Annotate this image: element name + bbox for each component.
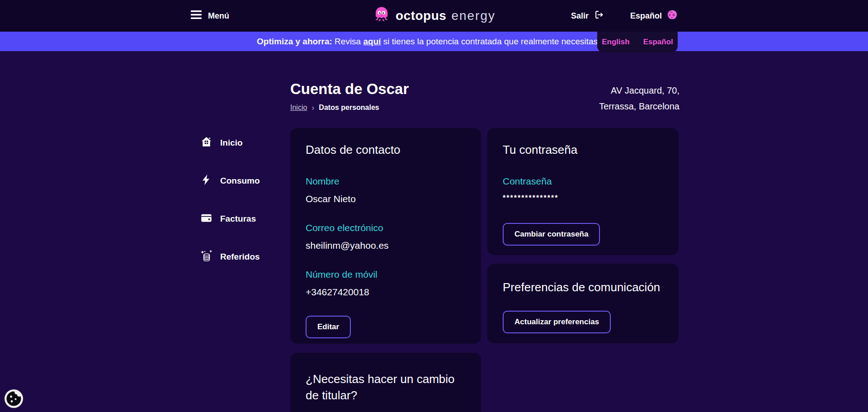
ownership-card-title: ¿Necesitas hacer un cambio de titular?	[306, 371, 466, 403]
sidebar-item-label: Consumo	[220, 176, 260, 186]
breadcrumb-current: Datos personales	[319, 104, 379, 112]
globe-icon	[667, 10, 677, 22]
logo-brand-text: octopus	[396, 9, 446, 23]
address-line-1: AV Jacquard, 70,	[599, 83, 679, 99]
logout-button[interactable]: Salir	[571, 10, 604, 22]
preferences-card-title: Preferencias de comunicación	[503, 279, 663, 295]
cookie-icon	[5, 402, 23, 409]
contact-name-label: Nombre	[306, 176, 466, 187]
contact-phone-value: +34627420018	[306, 287, 466, 298]
promo-banner: Optimiza y ahorra: Revisa aquí si tienes…	[0, 32, 868, 51]
promo-banner-link[interactable]: aquí	[363, 37, 381, 46]
sidebar-item-label: Facturas	[220, 214, 256, 224]
logo-energy-text: energy	[451, 9, 495, 23]
password-label: Contraseña	[503, 176, 663, 187]
sidebar-item-label: Inicio	[220, 138, 243, 148]
octopus-energy-logo[interactable]: octopus energy	[373, 5, 495, 26]
contact-card-title: Datos de contacto	[306, 142, 466, 158]
language-dropdown: English Español	[597, 32, 678, 52]
house-icon	[200, 136, 212, 150]
breadcrumb-home-link[interactable]: Inicio	[290, 104, 307, 112]
promo-banner-pre: Revisa	[332, 37, 363, 46]
wallet-icon	[200, 212, 212, 226]
cards-column-right: Tu contraseña Contraseña ***************…	[487, 128, 679, 343]
menu-label: Menú	[208, 11, 229, 21]
logout-icon	[594, 10, 604, 22]
top-header: Menú octopus energy Salir	[0, 0, 868, 32]
bolt-icon	[200, 174, 212, 188]
sidebar-nav: Inicio Consumo Facturas	[200, 136, 260, 264]
menu-button[interactable]: Menú	[191, 10, 229, 21]
contact-phone-label: Número de móvil	[306, 269, 466, 280]
change-password-button[interactable]: Cambiar contraseña	[503, 223, 600, 246]
password-card-title: Tu contraseña	[503, 142, 663, 158]
octopus-mascot-icon	[373, 5, 391, 26]
language-selector[interactable]: Español	[630, 10, 677, 22]
referral-coins-icon	[200, 250, 212, 264]
sidebar-item-referidos[interactable]: Referidos	[200, 250, 260, 264]
account-page: Menú octopus energy Salir	[0, 0, 868, 412]
edit-contact-button[interactable]: Editar	[306, 316, 351, 338]
cards-column-left: Datos de contacto Nombre Oscar Nieto Cor…	[290, 128, 481, 412]
communication-preferences-card: Preferencias de comunicación Actualizar …	[487, 264, 679, 343]
contact-details-card: Datos de contacto Nombre Oscar Nieto Cor…	[290, 128, 481, 344]
contact-email-label: Correo electrónico	[306, 223, 466, 233]
password-card: Tu contraseña Contraseña ***************…	[487, 128, 679, 255]
contact-name-value: Oscar Nieto	[306, 194, 466, 204]
sidebar-item-consumo[interactable]: Consumo	[200, 174, 260, 188]
language-label: Español	[630, 11, 662, 21]
language-option-english[interactable]: English	[602, 38, 629, 47]
logout-label: Salir	[571, 11, 589, 21]
chevron-right-icon: ›	[311, 104, 314, 112]
cookie-settings-button[interactable]	[5, 389, 23, 408]
account-address: AV Jacquard, 70, Terrassa, Barcelona	[599, 83, 679, 114]
language-option-spanish[interactable]: Español	[643, 38, 673, 47]
update-preferences-button[interactable]: Actualizar preferencias	[503, 311, 611, 333]
page-title: Cuenta de Oscar	[290, 81, 409, 98]
contact-email-value: sheilinm@yahoo.es	[306, 240, 466, 251]
sidebar-item-facturas[interactable]: Facturas	[200, 212, 260, 226]
promo-banner-text: Optimiza y ahorra: Revisa aquí si tienes…	[257, 32, 598, 51]
ownership-change-card: ¿Necesitas hacer un cambio de titular?	[290, 353, 481, 412]
breadcrumb: Inicio › Datos personales	[290, 104, 379, 112]
promo-banner-bold: Optimiza y ahorra:	[257, 37, 332, 46]
promo-banner-post: si tienes la potencia contratada que rea…	[381, 37, 598, 46]
sidebar-item-inicio[interactable]: Inicio	[200, 136, 260, 150]
password-masked-value: ***************	[503, 194, 663, 202]
address-line-2: Terrassa, Barcelona	[599, 99, 679, 114]
hamburger-icon	[191, 10, 202, 21]
sidebar-item-label: Referidos	[220, 252, 260, 262]
